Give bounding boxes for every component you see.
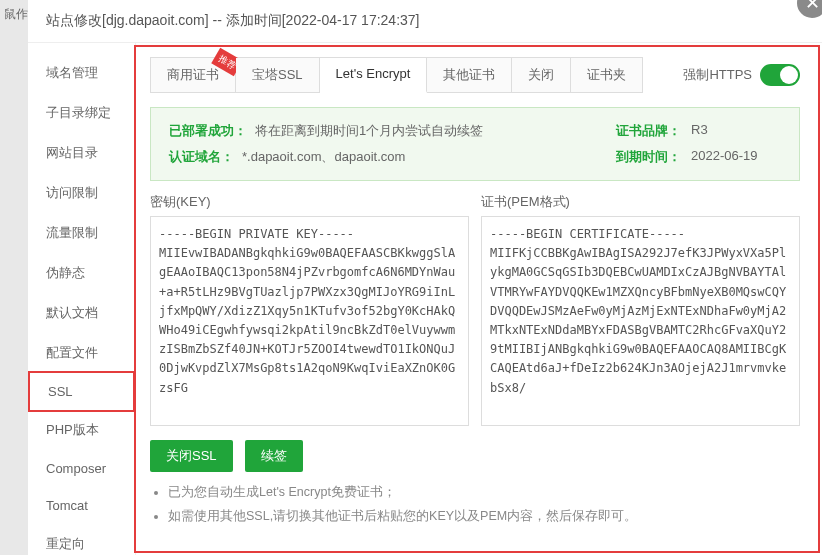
deploy-status-text: 将在距离到期时间1个月内尝试自动续签 <box>255 122 483 140</box>
tab-0[interactable]: 商用证书 <box>151 58 236 92</box>
renew-button[interactable]: 续签 <box>245 440 303 472</box>
sidebar-item-9[interactable]: PHP版本 <box>28 410 135 450</box>
tab-5[interactable]: 证书夹 <box>571 58 642 92</box>
sidebar-item-7[interactable]: 配置文件 <box>28 333 135 373</box>
notes-list: 已为您自动生成Let's Encrypt免费证书；如需使用其他SSL,请切换其他… <box>150 484 800 525</box>
deploy-status-label: 已部署成功： <box>169 122 247 140</box>
sidebar-item-11[interactable]: Tomcat <box>28 487 135 524</box>
force-https-toggle[interactable]: 强制HTTPS <box>683 64 800 86</box>
tab-4[interactable]: 关闭 <box>512 58 571 92</box>
sidebar-item-10[interactable]: Composer <box>28 450 135 487</box>
cert-brand-value: R3 <box>691 122 781 140</box>
close-ssl-button[interactable]: 关闭SSL <box>150 440 233 472</box>
sidebar-item-2[interactable]: 网站目录 <box>28 133 135 173</box>
pem-textarea[interactable] <box>481 216 800 426</box>
tab-2[interactable]: Let's Encrypt <box>320 58 428 93</box>
sidebar-item-0[interactable]: 域名管理 <box>28 53 135 93</box>
tab-1[interactable]: 宝塔SSL <box>236 58 320 92</box>
note-1: 如需使用其他SSL,请切换其他证书后粘贴您的KEY以及PEM内容，然后保存即可。 <box>168 508 800 525</box>
cert-brand-label: 证书品牌： <box>616 122 681 140</box>
sidebar-item-5[interactable]: 伪静态 <box>28 253 135 293</box>
sidebar-item-4[interactable]: 流量限制 <box>28 213 135 253</box>
pem-label: 证书(PEM格式) <box>481 193 800 211</box>
ssl-tabs: 商用证书宝塔SSLLet's Encrypt其他证书关闭证书夹 <box>150 57 643 93</box>
sidebar-item-3[interactable]: 访问限制 <box>28 173 135 213</box>
auth-domain-text: *.dapaoit.com、dapaoit.com <box>242 148 405 166</box>
site-modal: ✕ 站点修改[djg.dapaoit.com] -- 添加时间[2022-04-… <box>28 0 822 555</box>
background-edge: 鼠作 <box>0 0 28 555</box>
tab-3[interactable]: 其他证书 <box>427 58 512 92</box>
main-panel: 商用证书宝塔SSLLet's Encrypt其他证书关闭证书夹 强制HTTPS … <box>134 45 820 553</box>
key-label: 密钥(KEY) <box>150 193 469 211</box>
force-https-label: 强制HTTPS <box>683 66 752 84</box>
sidebar-item-12[interactable]: 重定向 <box>28 524 135 555</box>
note-0: 已为您自动生成Let's Encrypt免费证书； <box>168 484 800 501</box>
sidebar-item-1[interactable]: 子目录绑定 <box>28 93 135 133</box>
sidebar-item-6[interactable]: 默认文档 <box>28 293 135 333</box>
toggle-switch-icon[interactable] <box>760 64 800 86</box>
sidebar-item-8[interactable]: SSL <box>28 371 135 412</box>
deploy-info: 已部署成功： 将在距离到期时间1个月内尝试自动续签 证书品牌： R3 认证域名：… <box>150 107 800 181</box>
auth-domain-label: 认证域名： <box>169 148 234 166</box>
key-textarea[interactable] <box>150 216 469 426</box>
sidebar: 域名管理子目录绑定网站目录访问限制流量限制伪静态默认文档配置文件SSLPHP版本… <box>28 43 136 555</box>
expire-value: 2022-06-19 <box>691 148 781 166</box>
modal-title: 站点修改[djg.dapaoit.com] -- 添加时间[2022-04-17… <box>28 0 822 43</box>
expire-label: 到期时间： <box>616 148 681 166</box>
